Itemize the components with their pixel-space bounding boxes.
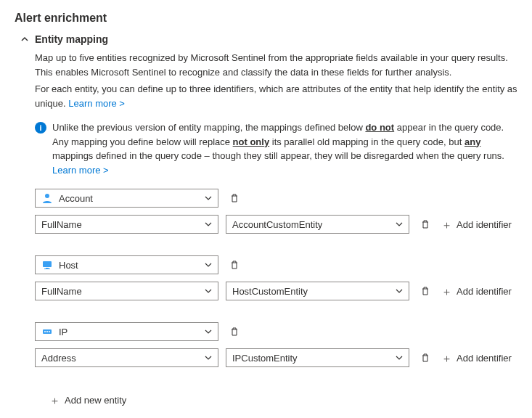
entity-block: Account FullName AccountCustomEntity (35, 189, 517, 234)
info-learn-more-link[interactable]: Learn more > (52, 165, 109, 176)
value-value: IPCustomEntity (232, 353, 298, 364)
value-select[interactable]: IPCustomEntity (226, 348, 409, 367)
entity-block: IP Address IPCustomEntity (35, 322, 517, 367)
identifier-value: Address (41, 353, 76, 364)
chevron-down-icon (396, 287, 403, 295)
identifier-value: FullName (41, 286, 82, 297)
delete-entity-button[interactable] (226, 323, 243, 340)
entity-type-value: Account (59, 193, 93, 204)
delete-identifier-button[interactable] (417, 349, 434, 366)
identifier-select[interactable]: Address (35, 348, 218, 367)
entity-type-select[interactable]: Account (35, 189, 218, 208)
plus-icon: ＋ (441, 219, 452, 230)
delete-identifier-button[interactable] (417, 216, 434, 233)
chevron-down-icon (205, 221, 212, 228)
chevron-down-icon (205, 287, 212, 295)
delete-identifier-button[interactable] (417, 282, 434, 300)
entity-block: Host FullName HostCustomEntity (35, 255, 517, 300)
chevron-down-icon (396, 221, 403, 228)
chevron-down-icon (205, 354, 212, 361)
info-text: Unlike the previous version of entity ma… (52, 120, 517, 177)
plus-icon: ＋ (441, 286, 452, 297)
value-value: AccountCustomEntity (232, 219, 322, 230)
section-body: Map up to five entities recognized by Mi… (35, 51, 517, 406)
plus-icon: ＋ (49, 395, 60, 406)
info-icon: i (35, 122, 46, 134)
entity-type-value: IP (59, 327, 67, 337)
plus-icon: ＋ (441, 353, 452, 364)
description-1: Map up to five entities recognized by Mi… (35, 51, 517, 79)
add-identifier-button[interactable]: ＋ Add identifier (441, 353, 512, 364)
delete-entity-button[interactable] (226, 189, 243, 207)
identifier-select[interactable]: FullName (35, 215, 218, 234)
add-identifier-button[interactable]: ＋ Add identifier (441, 286, 512, 297)
ip-icon (41, 326, 53, 337)
svg-point-5 (44, 331, 46, 332)
svg-rect-1 (43, 261, 52, 267)
chevron-down-icon (205, 261, 212, 269)
chevron-down-icon (205, 328, 212, 335)
svg-point-7 (49, 331, 50, 332)
host-icon (41, 259, 53, 271)
learn-more-link[interactable]: Learn more > (68, 98, 125, 109)
value-select[interactable]: AccountCustomEntity (226, 215, 409, 234)
chevron-down-icon (205, 194, 212, 202)
svg-rect-2 (46, 268, 49, 269)
identifier-value: FullName (41, 219, 82, 230)
section-label: Entity mapping (35, 33, 108, 45)
page-title: Alert enrichment (15, 12, 517, 25)
entity-type-value: Host (59, 260, 78, 271)
chevron-down-icon (396, 354, 403, 361)
add-identifier-button[interactable]: ＋ Add identifier (441, 219, 512, 230)
section-toggle[interactable]: Entity mapping (20, 33, 517, 45)
account-icon (41, 192, 53, 204)
description-2: For each entity, you can define up to th… (35, 82, 517, 110)
chevron-up-icon (20, 35, 29, 44)
entity-type-select[interactable]: Host (35, 255, 218, 274)
info-box: i Unlike the previous version of entity … (35, 120, 517, 177)
svg-rect-3 (44, 269, 50, 269)
value-select[interactable]: HostCustomEntity (226, 282, 409, 300)
delete-entity-button[interactable] (226, 256, 243, 274)
entity-type-select[interactable]: IP (35, 322, 218, 341)
add-entity-button[interactable]: ＋ Add new entity (49, 395, 126, 406)
svg-point-6 (46, 331, 48, 332)
value-value: HostCustomEntity (232, 286, 308, 297)
identifier-select[interactable]: FullName (35, 282, 218, 300)
svg-point-0 (45, 194, 49, 198)
